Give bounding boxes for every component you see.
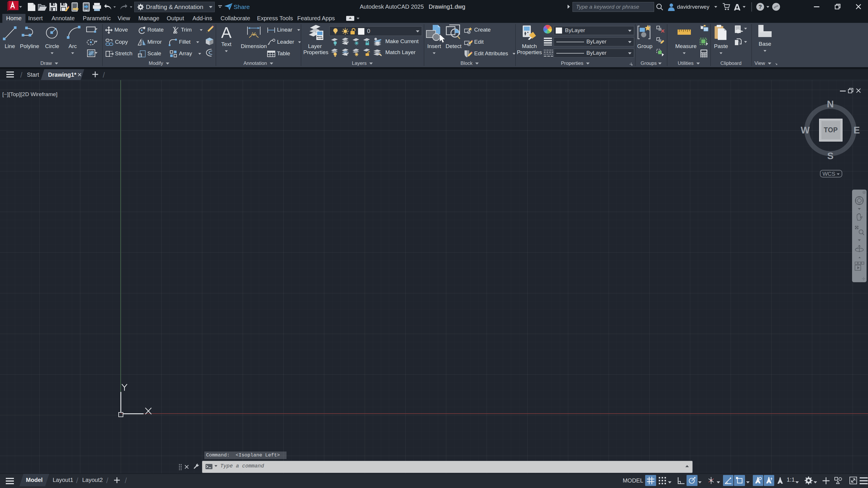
svg-text:?: ?: [758, 4, 762, 10]
